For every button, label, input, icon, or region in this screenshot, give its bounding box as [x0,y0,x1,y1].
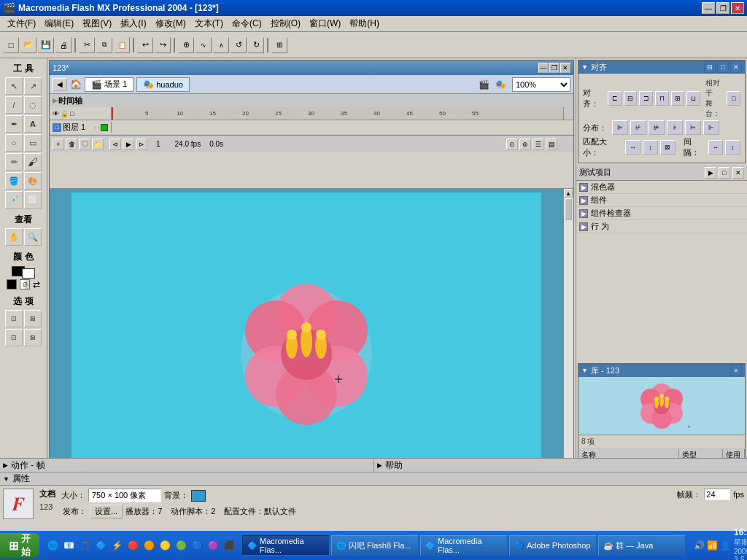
dist-right-btn[interactable]: ⊭ [649,120,665,135]
menu-control[interactable]: 控制(O) [266,16,305,31]
doc-close[interactable]: ✕ [560,63,570,73]
taskbar-app-5[interactable]: ☕ 群 — Java [598,535,686,556]
lock-icon[interactable]: 🔒 [61,110,69,117]
brush-tool[interactable]: 🖌 [24,153,42,171]
tray-icon3[interactable]: 👤 [719,540,731,551]
panel-component-inspector[interactable]: ▶ 组件检查器 [576,207,747,220]
taskbar-app-4[interactable]: 🔵 Adobe Photoshop [509,535,597,556]
match-width-btn[interactable]: ↔ [625,140,640,155]
layer-1-eye[interactable]: · [94,124,96,131]
menu-help[interactable]: 帮助(H) [345,16,384,31]
fill-tool[interactable]: 🪣 [5,172,23,190]
layer-1-square[interactable] [101,124,108,131]
align-bottom-btn[interactable]: ⊔ [686,91,700,106]
hand-tool[interactable]: ✋ [5,228,23,246]
rotate-btn[interactable]: ↺ [231,37,247,53]
layer-1-lock[interactable]: · [97,124,99,131]
option-btn-1[interactable]: ⊡ [5,310,23,327]
eyedropper-tool[interactable]: 💉 [5,191,23,209]
quicklaunch-ie[interactable]: 🌐 [45,538,60,553]
actions-panel-header[interactable]: ▶ 动作 - 帧 [0,459,374,472]
quicklaunch-icon7[interactable]: 🔵 [190,538,204,553]
rect-tool[interactable]: ▭ [24,134,42,152]
fill-color[interactable] [22,268,35,279]
panel-behavior[interactable]: ▶ 行 为 [576,220,747,233]
doc-minimize[interactable]: — [538,63,549,73]
scene-back-btn[interactable]: ◀ [53,78,67,91]
line-tool[interactable]: / [5,96,23,114]
component-inspector-expand[interactable]: ▶ [579,209,588,218]
quicklaunch-icon6[interactable]: 🟢 [174,538,188,553]
oval-tool[interactable]: ○ [5,134,23,152]
test-item-btn2[interactable]: □ [719,167,730,179]
scene-tab-2[interactable]: 🎭 huaduo [136,77,190,92]
square-icon[interactable]: □ [70,110,74,117]
redo-btn[interactable]: ↪ [155,37,171,53]
text-tool[interactable]: A [24,115,42,133]
scroll-up-btn[interactable]: ▲ [564,189,573,198]
onion-skin-btn[interactable]: ⊙ [506,139,518,150]
print-btn[interactable]: 🖨 [55,37,71,53]
taskbar-app-1[interactable]: 🔷 Macromedia Flas... [242,535,330,556]
test-item-btn1[interactable]: ▶ [705,167,716,179]
paste-btn[interactable]: 📋 [114,37,130,53]
quicklaunch-mail[interactable]: 📧 [61,538,76,553]
align-panel-close[interactable]: ✕ [730,61,742,73]
quicklaunch-flash1[interactable]: 🔷 [93,538,108,553]
select-tool[interactable]: ↖ [5,77,23,95]
scene-tab-1[interactable]: 🎬 场景 1 [85,77,133,92]
play-btn[interactable]: ▶ [123,139,134,150]
eye-icon[interactable]: 👁 [53,110,59,117]
option-btn-2[interactable]: ⊠ [24,310,42,327]
align-right-btn[interactable]: ⊐ [639,91,653,106]
align-left-btn[interactable]: ⊏ [608,91,622,106]
smooth-btn[interactable]: ∿ [196,37,212,53]
dist-bottom-btn[interactable]: ⊩ [703,120,719,135]
scene-icon[interactable]: 🏠 [70,79,82,90]
cut-btn[interactable]: ✂ [79,37,95,53]
quicklaunch-icon5[interactable]: 🟡 [158,538,172,553]
default-colors[interactable] [7,279,17,289]
menu-file[interactable]: 文件(F) [3,16,40,31]
prev-frame-btn[interactable]: ⊲ [109,139,121,150]
start-button[interactable]: ⊞ 开始 [0,533,39,558]
pen-tool[interactable]: ✒ [5,115,23,133]
add-folder-btn[interactable]: 📁 [92,139,104,150]
menu-modify[interactable]: 修改(M) [151,16,190,31]
movie-btn[interactable]: ⊞ [271,37,287,53]
close-button[interactable]: ✕ [731,2,744,14]
quicklaunch-flash2[interactable]: ⚡ [109,538,124,553]
properties-header[interactable]: ▼ 属性 [0,472,747,486]
quicklaunch-icon4[interactable]: 🟠 [142,538,156,553]
eraser-tool[interactable]: ⬜ [24,191,42,209]
bg-color-swatch[interactable] [191,490,206,502]
undo-btn[interactable]: ↩ [137,37,153,53]
tray-icon1[interactable]: 🔊 [693,540,705,551]
lib-menu-btn[interactable]: ≡ [730,365,742,376]
menu-commands[interactable]: 命令(C) [228,16,266,31]
taskbar-app-3[interactable]: 🔷 Macromedia Flas... [420,535,508,556]
space-v-btn[interactable]: ↕ [725,140,740,155]
tray-icon2[interactable]: 📶 [706,540,718,551]
quicklaunch-icon3[interactable]: 🔴 [125,538,140,553]
no-color[interactable]: ∅ [20,279,30,289]
onion-outlines-btn[interactable]: ⊚ [519,139,531,150]
ink-tool[interactable]: 🎨 [24,172,42,190]
behavior-expand[interactable]: ▶ [579,222,588,231]
snap-btn[interactable]: ⊕ [178,37,194,53]
copy-btn[interactable]: ⧉ [96,37,112,53]
subselect-tool[interactable]: ↗ [24,77,42,95]
help-panel-header[interactable]: ▶ 帮助 [374,459,748,472]
panel-components[interactable]: ▶ 组件 [576,194,747,207]
straighten-btn[interactable]: ∧ [213,37,229,53]
next-frame-btn[interactable]: ⊳ [136,139,147,150]
dist-left-btn[interactable]: ⊫ [612,120,628,135]
dist-hcenter-btn[interactable]: ⊬ [630,120,646,135]
quicklaunch-media[interactable]: 🎵 [77,538,92,553]
zoom-select[interactable]: 100% 50% 200% 400% [512,77,570,92]
lasso-tool[interactable]: ◌ [24,96,42,114]
align-panel-btn1[interactable]: ⊟ [704,61,716,73]
option-btn-4[interactable]: ⊠ [24,329,42,346]
fps-input[interactable] [704,489,730,500]
add-guide-btn[interactable]: 〇 [79,139,90,150]
